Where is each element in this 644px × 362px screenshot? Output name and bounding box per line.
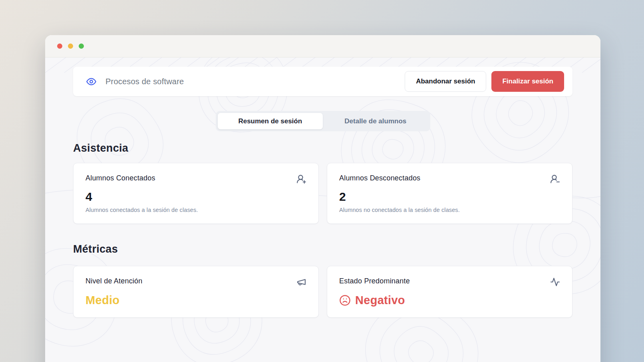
close-window-button[interactable] [57,44,62,49]
tabs-group: Resumen de sesión Detalle de alumnos [216,111,430,131]
card-alumnos-conectados: Alumnos Conectados 4 Alumnos conectados … [73,163,319,224]
attention-level-value: Medio [85,294,306,307]
session-header-actions: Abandonar sesión Finalizar sesión [405,71,564,92]
tab-detalle-de-alumnos[interactable]: Detalle de alumnos [323,113,428,129]
maximize-window-button[interactable] [79,44,84,49]
card-title: Estado Predominante [339,277,410,285]
section-title-asistencia: Asistencia [73,142,572,154]
metrics-cards: Nivel de Atención Medio Estado Predomina… [73,266,572,318]
minimize-window-button[interactable] [68,44,73,49]
session-header-card: Procesos de software Abandonar sesión Fi… [73,67,572,96]
main-container: Procesos de software Abandonar sesión Fi… [73,57,572,318]
section-title-metricas: Métricas [73,243,572,255]
finish-session-button[interactable]: Finalizar sesión [491,71,564,92]
card-title: Alumnos Conectados [85,174,155,182]
user-minus-icon [550,174,560,184]
tab-resumen-de-sesion[interactable]: Resumen de sesión [218,113,323,129]
activity-icon [550,277,560,287]
card-estado-predominante: Estado Predominante Negativo [327,266,572,318]
attention-level-text: Medio [85,294,119,307]
card-header: Alumnos Desconectados [339,174,560,184]
connected-students-description: Alumnos conectados a la sesión de clases… [85,207,306,213]
card-header: Alumnos Conectados [85,174,306,184]
session-title: Procesos de software [105,77,184,86]
disconnected-students-description: Alumnos no conectados a la sesión de cla… [339,207,560,213]
card-nivel-de-atencion: Nivel de Atención Medio [73,266,319,318]
frown-icon [339,295,351,306]
abandon-session-button[interactable]: Abandonar sesión [405,71,486,92]
card-alumnos-desconectados: Alumnos Desconectados 2 Alumnos no conec… [327,163,572,224]
app-window: Procesos de software Abandonar sesión Fi… [45,35,600,362]
tabs-row: Resumen de sesión Detalle de alumnos [73,111,572,131]
megaphone-icon [296,277,306,287]
connected-students-count: 4 [85,190,306,204]
attendance-cards: Alumnos Conectados 4 Alumnos conectados … [73,163,572,224]
user-plus-icon [296,174,306,184]
card-header: Nivel de Atención [85,277,306,287]
app-content: Procesos de software Abandonar sesión Fi… [45,57,600,362]
session-header-left: Procesos de software [86,76,184,87]
card-title: Nivel de Atención [85,277,143,285]
eye-icon [86,76,97,87]
predominant-state-value: Negativo [339,294,560,307]
predominant-state-text: Negativo [355,294,405,307]
disconnected-students-count: 2 [339,190,560,204]
card-header: Estado Predominante [339,277,560,287]
window-titlebar [45,35,600,57]
card-title: Alumnos Desconectados [339,174,420,182]
